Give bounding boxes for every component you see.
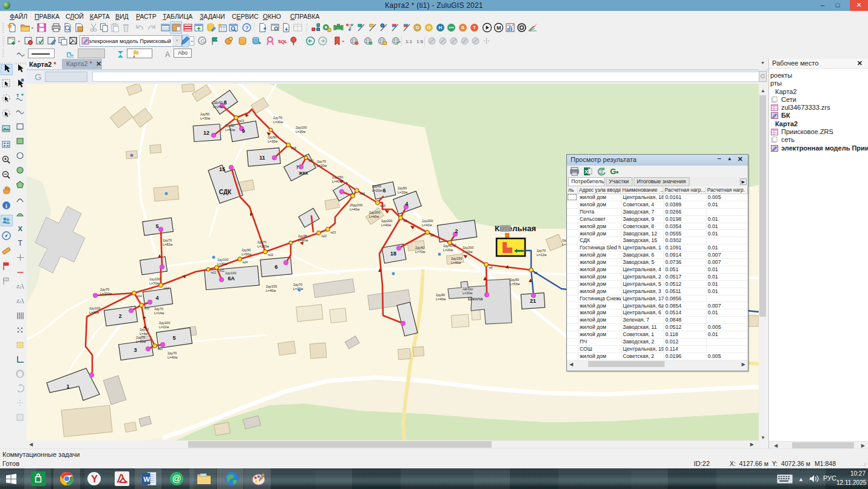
svg-text:2ду50: 2ду50 [225,124,234,127]
svg-text:L=40м: L=40м [422,223,432,227]
svg-text:L=20м: L=20м [463,291,472,295]
svg-text:4: 4 [155,295,158,301]
svg-text:тк21: тк21 [157,348,163,351]
svg-text:2ду50: 2ду50 [200,112,209,116]
svg-text:L=100м: L=100м [257,244,269,248]
svg-text:тк13: тк13 [163,287,169,290]
svg-text:2: 2 [118,313,121,319]
svg-text:2Д/2ду: 2Д/2ду [463,287,473,291]
svg-text:L=70м: L=70м [415,250,425,254]
svg-text:тк24: тк24 [242,261,248,264]
svg-text:T: T [18,239,23,248]
svg-text:2ду70: 2ду70 [537,249,546,252]
svg-text:тк18: тк18 [291,147,297,150]
svg-text:2ду95: 2ду95 [298,234,307,238]
svg-text:12: 12 [203,130,209,136]
svg-text:2ду100: 2ду100 [149,277,160,281]
svg-text:2ду70: 2ду70 [293,283,302,286]
svg-text:?: ? [245,25,249,31]
svg-text:L=40м: L=40м [381,223,391,227]
svg-text:M: M [497,25,501,31]
svg-text:тк10: тк10 [268,254,274,257]
svg-text:2ду70: 2ду70 [273,116,282,120]
svg-text:L=40м: L=40м [451,261,461,265]
svg-text:L=20м: L=20м [372,189,382,192]
svg-text:2ду70: 2ду70 [317,160,326,163]
svg-text:L=40м: L=40м [266,289,276,292]
svg-text:тк22: тк22 [321,235,327,238]
svg-text:L=40м: L=40м [436,297,446,301]
svg-text:18: 18 [390,251,396,257]
svg-text:@: @ [172,473,181,484]
svg-text:2ду90: 2ду90 [242,248,251,252]
svg-text:Y: Y [91,473,98,485]
svg-text:L=50м: L=50м [242,252,251,256]
svg-text:L=40м: L=40м [298,238,308,242]
svg-text:2ду70: 2ду70 [136,336,145,339]
svg-text:2ду200: 2ду200 [422,219,433,223]
svg-text:L=70м: L=70м [149,282,159,285]
svg-text:i: i [5,202,7,209]
svg-text:L=82м: L=82м [163,243,172,246]
svg-text:X: X [585,169,588,175]
svg-text:A: A [165,50,170,59]
svg-text:W: W [143,476,150,483]
svg-text:2ду100: 2ду100 [296,126,307,129]
svg-text:тк6: тк6 [489,266,493,269]
svg-text:G: G [610,167,616,176]
svg-text:11: 11 [259,155,265,161]
svg-text:9: 9 [242,128,245,134]
svg-text:L=30м: L=30м [200,116,210,120]
svg-text:L=12м: L=12м [537,253,546,257]
svg-text:тк19: тк19 [239,120,245,123]
svg-text:8: 8 [223,99,226,106]
svg-text:тк5: тк5 [534,272,538,275]
svg-text:2ду150: 2ду150 [451,257,462,260]
svg-text:20ду200: 20ду200 [350,203,362,207]
svg-text:Z₀: Z₀ [16,284,21,289]
svg-text:4: 4 [405,201,408,207]
svg-text:тк12: тк12 [211,271,217,274]
svg-text:L=40м: L=40м [168,356,177,359]
svg-text:2ду200: 2ду200 [369,211,380,214]
svg-text:тк17: тк17 [308,160,314,163]
svg-text:тк14: тк14 [137,295,143,298]
svg-text:2ду70: 2ду70 [168,351,177,355]
svg-text:G: G [201,38,205,44]
svg-text:тк23: тк23 [330,231,336,234]
svg-text:L=40м: L=40м [369,215,379,218]
svg-text:1:6: 1:6 [416,39,424,44]
svg-text:тк11: тк11 [219,269,225,272]
svg-text:L=28м: L=28м [213,105,223,109]
svg-text:СДК: СДК [219,189,232,195]
svg-text:SQL: SQL [278,39,288,44]
svg-text:L=320м: L=320м [100,292,112,295]
svg-text:L=30м: L=30м [217,262,227,266]
svg-text:L=22м: L=22м [159,325,169,329]
svg-text:2ду105: 2ду105 [266,285,277,288]
svg-text:2ду50: 2ду50 [398,186,407,190]
svg-text:2ду40: 2ду40 [415,246,424,249]
svg-text:L=30м: L=30м [89,311,99,314]
svg-text:Школа: Школа [468,296,483,302]
svg-text:6: 6 [382,187,385,194]
svg-text:21: 21 [530,298,536,304]
svg-text:5: 5 [172,335,175,341]
svg-text:Z₀: Z₀ [16,298,21,304]
svg-text:L=30м: L=30м [296,130,305,133]
svg-text:ЖКХ: ЖКХ [298,171,308,175]
svg-text:тк8: тк8 [430,234,434,237]
svg-text:2ду50: 2ду50 [510,278,519,282]
svg-text:1: 1 [66,383,69,390]
svg-text:L=20м: L=20м [317,164,327,167]
svg-text:2ду200: 2ду200 [381,219,392,223]
svg-text:2ду100: 2ду100 [159,321,170,325]
svg-text:2ду70: 2ду70 [154,307,163,311]
svg-text:тк7: тк7 [452,244,456,248]
svg-text:X: X [18,225,23,232]
svg-text:1:1: 1:1 [405,39,413,44]
svg-text:T: T [16,93,19,98]
svg-text:2ду150: 2ду150 [332,175,343,179]
svg-text:L=10м: L=10м [136,340,146,343]
svg-text:2ду40: 2ду40 [372,184,381,188]
